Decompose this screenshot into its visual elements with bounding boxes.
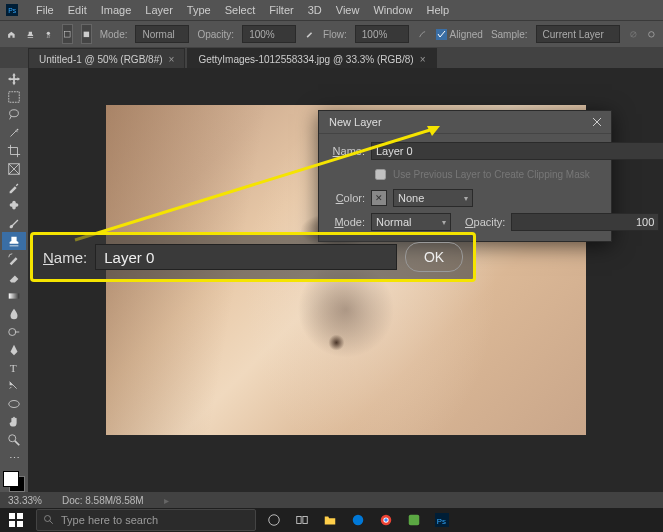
explorer-icon[interactable]	[316, 508, 344, 532]
menu-filter[interactable]: Filter	[269, 4, 293, 16]
sample-select[interactable]: Current Layer	[536, 25, 620, 43]
annotation-callout: Name: OK	[30, 232, 476, 282]
svg-point-12	[17, 129, 19, 131]
marquee-tool-icon[interactable]	[2, 88, 26, 106]
stamp-tool-icon[interactable]	[25, 24, 36, 44]
shape-tool-icon[interactable]	[2, 395, 26, 413]
brush-settings-icon[interactable]	[81, 24, 92, 44]
menu-help[interactable]: Help	[427, 4, 450, 16]
name-input[interactable]	[371, 142, 663, 160]
ignore-adjust-icon[interactable]	[628, 24, 639, 44]
tab-untitled[interactable]: Untitled-1 @ 50% (RGB/8#)×	[28, 48, 185, 69]
svg-rect-32	[17, 521, 23, 527]
svg-text:47: 47	[47, 35, 51, 39]
menu-window[interactable]: Window	[373, 4, 412, 16]
chevron-right-icon[interactable]: ▸	[164, 495, 169, 506]
flow-select[interactable]: 100%	[355, 25, 409, 43]
menu-view[interactable]: View	[336, 4, 360, 16]
opacity-select[interactable]: 100%	[242, 25, 296, 43]
frame-tool-icon[interactable]	[2, 160, 26, 178]
brush-tool-icon[interactable]	[2, 214, 26, 232]
mode-select[interactable]: Normal	[135, 25, 189, 43]
color-swatch-icon[interactable]: ✕	[371, 190, 387, 206]
opacity-input[interactable]	[511, 213, 659, 231]
svg-rect-18	[9, 293, 20, 298]
brush-preset-icon[interactable]: 47	[43, 24, 54, 44]
svg-point-22	[9, 400, 20, 407]
path-tool-icon[interactable]	[2, 377, 26, 395]
callout-ok-button[interactable]: OK	[405, 242, 463, 272]
menu-select[interactable]: Select	[225, 4, 256, 16]
photoshop-taskbar-icon[interactable]: Ps	[428, 508, 456, 532]
history-brush-icon[interactable]	[2, 250, 26, 268]
svg-text:Ps: Ps	[8, 7, 17, 14]
sample-label: Sample:	[491, 29, 528, 40]
menu-image[interactable]: Image	[101, 4, 132, 16]
svg-point-11	[10, 110, 19, 117]
gradient-tool-icon[interactable]	[2, 287, 26, 305]
svg-rect-29	[9, 513, 15, 519]
type-tool-icon[interactable]: T	[2, 359, 26, 377]
move-tool-icon[interactable]	[2, 70, 26, 88]
lasso-tool-icon[interactable]	[2, 106, 26, 124]
svg-rect-37	[303, 517, 307, 524]
mode-select[interactable]: Normal	[371, 213, 451, 231]
brush-panel-icon[interactable]	[62, 24, 73, 44]
blend-mode-label: Mode:	[329, 216, 365, 228]
search-input[interactable]: Type here to search	[36, 509, 256, 531]
photoshop-logo-icon: Ps	[6, 4, 18, 16]
tab-gettyimages[interactable]: GettyImages-1012558334.jpg @ 33.3% (RGB/…	[187, 48, 436, 69]
svg-line-24	[15, 441, 19, 445]
close-icon[interactable]: ×	[169, 54, 175, 65]
cortana-icon[interactable]	[260, 508, 288, 532]
task-view-icon[interactable]	[288, 508, 316, 532]
svg-rect-4	[65, 31, 70, 36]
start-button[interactable]	[0, 508, 32, 532]
home-icon[interactable]	[6, 24, 17, 44]
pen-tool-icon[interactable]	[2, 341, 26, 359]
svg-rect-42	[409, 515, 420, 526]
menu-file[interactable]: File	[36, 4, 54, 16]
callout-name-input[interactable]	[95, 244, 397, 270]
eraser-tool-icon[interactable]	[2, 269, 26, 287]
svg-line-8	[631, 32, 635, 36]
svg-point-2	[47, 31, 50, 34]
edit-toolbar-icon[interactable]: ⋯	[2, 449, 26, 467]
eyedropper-tool-icon[interactable]	[2, 178, 26, 196]
menu-edit[interactable]: Edit	[68, 4, 87, 16]
svg-rect-36	[297, 517, 301, 524]
svg-point-33	[45, 516, 51, 522]
close-icon[interactable]	[589, 114, 605, 130]
windows-taskbar: Type here to search Ps	[0, 508, 663, 532]
camtasia-icon[interactable]	[400, 508, 428, 532]
hand-tool-icon[interactable]	[2, 413, 26, 431]
menu-type[interactable]: Type	[187, 4, 211, 16]
edge-icon[interactable]	[344, 508, 372, 532]
tools-panel: T ⋯	[0, 68, 28, 492]
dodge-tool-icon[interactable]	[2, 323, 26, 341]
menu-3d[interactable]: 3D	[308, 4, 322, 16]
heal-tool-icon[interactable]	[2, 196, 26, 214]
opacity-label: Opacity:	[197, 29, 234, 40]
color-swatches[interactable]	[3, 471, 25, 492]
airbrush-icon[interactable]	[417, 24, 428, 44]
stamp-tool-icon[interactable]	[2, 232, 26, 250]
doc-size[interactable]: Doc: 8.58M/8.58M	[62, 495, 144, 506]
svg-rect-30	[17, 513, 23, 519]
wand-tool-icon[interactable]	[2, 124, 26, 142]
aligned-checkbox[interactable]: Aligned	[436, 29, 483, 40]
color-select[interactable]: None	[393, 189, 473, 207]
zoom-level[interactable]: 33.33%	[8, 495, 42, 506]
svg-rect-5	[84, 31, 89, 36]
zoom-tool-icon[interactable]	[2, 431, 26, 449]
menu-bar: Ps File Edit Image Layer Type Select Fil…	[0, 0, 663, 20]
crop-tool-icon[interactable]	[2, 142, 26, 160]
close-icon[interactable]: ×	[420, 54, 426, 65]
callout-name-label: Name:	[43, 249, 87, 266]
blur-tool-icon[interactable]	[2, 305, 26, 323]
pressure-size-icon[interactable]	[646, 24, 657, 44]
menu-layer[interactable]: Layer	[145, 4, 173, 16]
chrome-icon[interactable]	[372, 508, 400, 532]
color-label: Color:	[329, 192, 365, 204]
pressure-opacity-icon[interactable]	[304, 24, 315, 44]
